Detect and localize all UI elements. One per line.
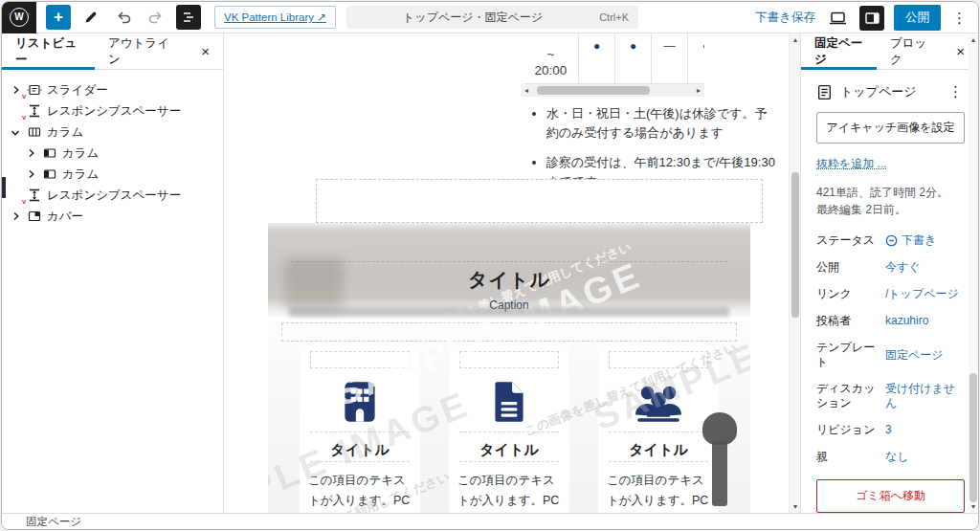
status-value[interactable]: 下書き [885, 233, 936, 248]
publish-button[interactable]: 公開 [894, 5, 941, 31]
empty-block-placeholder[interactable] [316, 179, 763, 223]
last-edited: 最終編集 2日前。 [816, 201, 965, 218]
plus-icon: + [54, 8, 63, 27]
list-view-sidebar: リストビュー アウトライン × v スライダー v レスポンシブスペーサー [2, 33, 224, 513]
row-label: リンク [816, 287, 885, 301]
scroll-down-icon[interactable]: ▾ [969, 502, 978, 511]
tree-item-responsive-spacer[interactable]: v レスポンシブスペーサー [10, 100, 223, 122]
cover-heading-block[interactable]: タイトル Caption [291, 261, 727, 312]
preview-button[interactable] [825, 6, 850, 31]
card-spacer-block[interactable] [310, 351, 410, 368]
list-view-toggle-button[interactable] [176, 5, 201, 30]
tab-page-settings[interactable]: 固定ページ [801, 33, 877, 69]
card-title[interactable]: タイトル [457, 441, 561, 459]
chevron-down-icon[interactable] [10, 128, 21, 137]
card-text[interactable]: この項目のテキストが入ります。PCで見た時に概ね3行くらい推奨です。 [457, 471, 561, 513]
tree-item-cover[interactable]: カバー [10, 206, 223, 227]
discussion-value[interactable]: 受け付けません [885, 382, 965, 410]
columns-block-icon [26, 124, 42, 141]
canvas-vertical-scrollbar[interactable]: ▴ ▾ [789, 33, 800, 513]
page-options-menu-button[interactable]: ⋮ [947, 83, 965, 100]
cover-block[interactable]: SAMPLE IMAGE SAMPLE IMAGE SAMPLE IMAGE こ… [268, 223, 750, 513]
undo-button[interactable] [111, 5, 136, 30]
add-excerpt-link[interactable]: 抜粋を追加 ... [816, 156, 965, 172]
feature-card-1[interactable]: タイトル この項目のテキストが入ります。PCで見た時に概ね3行くらい推奨です。 [300, 345, 420, 513]
card-spacer-block[interactable] [459, 351, 559, 368]
card-text[interactable]: この項目のテキストが入ります。PCで見た時に概ね3行くらい推奨です。 [607, 471, 710, 513]
block-inserter-button[interactable]: + [46, 5, 71, 30]
vk-pattern-library-link[interactable]: VK Pattern Library ↗ [214, 6, 336, 29]
settings-sidebar-toggle[interactable] [859, 6, 884, 31]
tree-item-column-1[interactable]: カラム [10, 143, 223, 164]
tree-item-responsive-spacer-2[interactable]: v レスポンシブスペーサー [10, 185, 223, 206]
table-cell-open[interactable]: ● [615, 33, 652, 83]
template-value[interactable]: 固定ページ [885, 341, 944, 369]
chevron-right-icon[interactable] [25, 169, 36, 179]
editor-window: W + VK Pattern Library ↗ トップページ・固定ページ Ct… [1, 1, 979, 530]
command-palette[interactable]: トップページ・固定ページ Ctrl+K [346, 6, 638, 29]
close-list-view-button[interactable]: × [188, 33, 223, 69]
revisions-value[interactable]: 3 [885, 423, 892, 437]
scrollbar-thumb[interactable] [791, 172, 799, 318]
card-spacer-block[interactable] [609, 351, 708, 368]
cover-caption[interactable]: Caption [291, 299, 727, 312]
tab-outline[interactable]: アウトライン [95, 33, 188, 69]
feature-card-3[interactable]: タイトル この項目のテキストが入ります。PCで見た時に概ね3行くらい推奨です。 [598, 345, 719, 513]
table-cell-time[interactable]: ~ 20:00 [523, 33, 579, 83]
tree-item-column-2[interactable]: カラム [10, 164, 223, 185]
settings-sidebar: 固定ページ ブロック × トップページ ⋮ アイキャッチ画像を設定 抜粋を追加 … [800, 33, 978, 513]
scroll-up-icon[interactable]: ▴ [969, 35, 978, 44]
options-menu-button[interactable]: ⋮ [950, 10, 969, 27]
card-text[interactable]: この項目のテキストが入ります。PCで見た時に概ね3行くらい推奨です。 [308, 471, 412, 513]
breadcrumb[interactable]: 固定ページ [26, 515, 81, 529]
laptop-icon [829, 11, 847, 26]
column-block-icon [41, 166, 57, 183]
link-value[interactable]: /トップページ [885, 287, 959, 301]
tools-pencil-button[interactable] [78, 5, 103, 30]
chevron-right-icon[interactable] [10, 211, 21, 221]
vk-badge-icon: v [22, 114, 26, 122]
table-cell-closed[interactable]: — [652, 33, 688, 83]
building-icon [336, 378, 384, 426]
scroll-up-icon[interactable]: ▴ [790, 35, 800, 44]
table-cell-open[interactable]: ● [579, 33, 615, 83]
wordpress-logo-button[interactable]: W [2, 2, 36, 33]
scroll-left-icon[interactable]: ◂ [521, 86, 532, 95]
list-view-icon [181, 10, 196, 25]
responsive-spacer-block-icon: v [26, 188, 42, 204]
vk-badge-icon: v [22, 93, 26, 100]
publish-time-value[interactable]: 今すぐ [885, 260, 921, 275]
chevron-right-icon[interactable] [10, 85, 21, 95]
bullet-item[interactable]: 水・日・祝日・土(午後)は休診です。予約のみ受付する場合があります [546, 104, 778, 143]
editor-header: W + VK Pattern Library ↗ トップページ・固定ページ Ct… [2, 2, 978, 33]
table-cell-open[interactable]: ● [688, 33, 704, 83]
row-label: 投稿者 [816, 314, 885, 328]
spacer-block[interactable] [281, 322, 737, 342]
tab-list-view[interactable]: リストビュー [2, 33, 95, 69]
tree-item-label: カラム [47, 124, 83, 141]
parent-value[interactable]: なし [885, 450, 909, 464]
settings-scrollbar[interactable]: ▴ ▾ [969, 33, 978, 513]
set-featured-image-button[interactable]: アイキャッチ画像を設定 [816, 112, 965, 144]
business-hours-table[interactable]: ~ 20:00 ● ● — ● ● [523, 33, 704, 84]
chevron-right-icon[interactable] [25, 148, 36, 158]
save-draft-button[interactable]: 下書き保存 [755, 10, 815, 26]
scroll-right-icon[interactable]: ▸ [693, 86, 704, 95]
redo-button[interactable] [144, 5, 168, 30]
tree-item-columns[interactable]: カラム [10, 122, 223, 143]
shortcut-hint: Ctrl+K [599, 11, 638, 23]
tree-item-slider[interactable]: v スライダー [10, 79, 223, 100]
cover-title[interactable]: タイトル [291, 267, 727, 293]
scrollbar-thumb[interactable] [537, 86, 650, 95]
author-value[interactable]: kazuhiro [885, 314, 928, 328]
card-title[interactable]: タイトル [607, 441, 710, 459]
scrollbar-thumb[interactable] [969, 373, 977, 502]
feature-card-2[interactable]: タイトル この項目のテキストが入ります。PCで見た時に概ね3行くらい推奨です。 [449, 345, 569, 513]
tab-block-settings[interactable]: ブロック [877, 33, 943, 69]
move-to-trash-button[interactable]: ゴミ箱へ移動 [816, 479, 965, 513]
editor-canvas[interactable]: ~ 20:00 ● ● — ● ● ◂ ▸ 水・日・祝日・土(午後)は休診です。… [225, 33, 800, 513]
tree-item-label: カバー [47, 209, 83, 225]
card-title[interactable]: タイトル [308, 441, 412, 459]
table-horizontal-scrollbar[interactable]: ◂ ▸ [521, 84, 704, 97]
scroll-down-icon[interactable]: ▾ [790, 502, 800, 511]
